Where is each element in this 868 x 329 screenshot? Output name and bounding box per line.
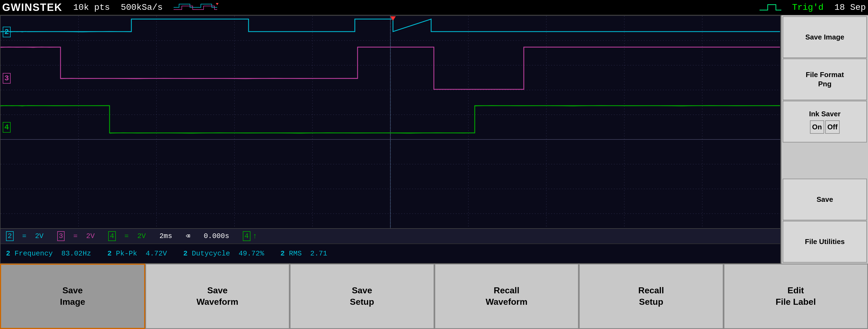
- save-waveform-btn[interactable]: SaveWaveform: [145, 264, 290, 329]
- header-waveform-preview: [174, 2, 749, 13]
- right-panel-spacer: [783, 143, 867, 178]
- recall-waveform-btn[interactable]: RecallWaveform: [434, 264, 579, 329]
- header-bar: GWINSTEK 10k pts 500kSa/s Trig'd 18 Sep: [0, 0, 868, 15]
- header-points: 10k pts: [73, 2, 110, 12]
- save-image-btn[interactable]: SaveImage: [0, 264, 145, 329]
- ch2-label: 2: [3, 27, 11, 37]
- ch4-arrow-status: 4 ↑: [243, 231, 257, 241]
- ch4-status: 4 = 2V: [108, 231, 146, 241]
- trigger-ch1-preview: [760, 2, 781, 13]
- pkpk-measurement: 2 Pk-Pk 4.72V: [107, 250, 167, 258]
- ch3-status: 3 = 2V: [57, 231, 95, 241]
- main-area: 2 3 4 F 2 Frequency 83.02Hz 2 Pk-Pk 4.72…: [0, 15, 868, 264]
- status-bar: 2 = 2V 3 = 2V 4 = 2V 2ms ⌫ 0.000s 4 ↑: [1, 228, 780, 243]
- scope-grid: [1, 16, 780, 263]
- measurements-bar: 2 Frequency 83.02Hz 2 Pk-Pk 4.72V 2 Duty…: [1, 243, 780, 263]
- rms-measurement: 2 RMS 2.71: [280, 250, 327, 258]
- ch3-label: 3: [3, 73, 11, 84]
- ink-saver-row: On Off: [810, 120, 840, 134]
- ch2-status: 2 = 2V: [6, 231, 43, 241]
- logo: GWINSTEK: [2, 2, 62, 13]
- right-panel: Save Image File Format Png Ink Saver On …: [781, 15, 868, 264]
- header-trig-status: Trig'd: [792, 2, 824, 12]
- ink-off-btn[interactable]: Off: [825, 120, 840, 134]
- trigger-marker: [390, 17, 396, 21]
- horiz-pos: 0.000s: [204, 232, 229, 240]
- file-utilities-btn[interactable]: File Utilities: [783, 221, 867, 263]
- freq-measurement: 2 Frequency 83.02Hz: [6, 250, 91, 258]
- duty-measurement: 2 Dutycycle 49.72%: [183, 250, 265, 258]
- ink-saver-section: Ink Saver On Off: [783, 101, 867, 142]
- ch4-label: 4: [3, 122, 11, 133]
- header-sample-rate: 500kSa/s: [121, 2, 163, 12]
- scope-screen: 2 3 4 F 2 Frequency 83.02Hz 2 Pk-Pk 4.72…: [0, 15, 781, 264]
- save-right-btn[interactable]: Save: [783, 179, 867, 220]
- time-scale: 2ms: [159, 232, 172, 240]
- ch2-waveform: [1, 19, 780, 32]
- file-format-btn[interactable]: File Format Png: [783, 59, 867, 100]
- header-date: 18 Sep: [835, 2, 866, 12]
- svg-marker-0: [216, 3, 219, 5]
- ch3-waveform: [1, 47, 780, 89]
- save-setup-btn[interactable]: SaveSetup: [290, 264, 434, 329]
- save-image-right-btn[interactable]: Save Image: [783, 17, 867, 58]
- bottom-buttons: SaveImageSaveWaveformSaveSetupRecallWave…: [0, 264, 868, 329]
- edit-file-label-btn[interactable]: EditFile Label: [723, 264, 868, 329]
- ch4-waveform: [1, 106, 780, 133]
- recall-setup-btn[interactable]: RecallSetup: [579, 264, 723, 329]
- ink-on-btn[interactable]: On: [810, 120, 824, 134]
- horiz-icon: ⌫: [186, 232, 190, 240]
